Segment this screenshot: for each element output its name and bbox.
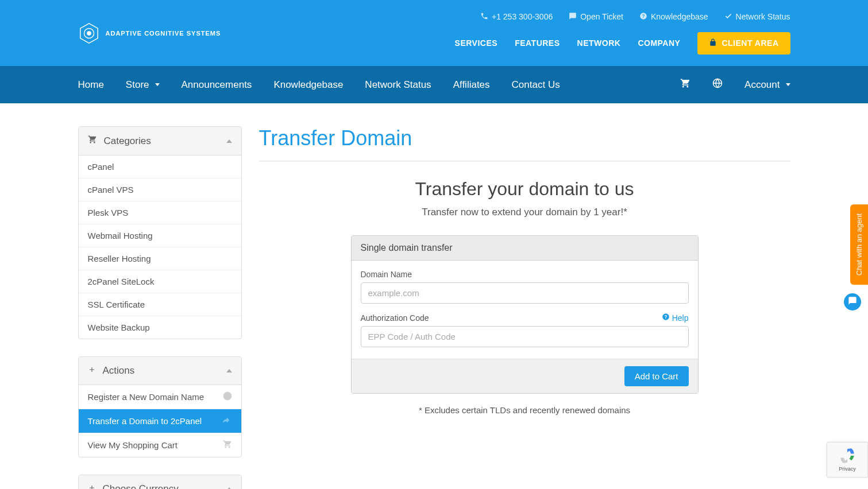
plus-icon: [88, 365, 96, 377]
logo[interactable]: ADAPTIVE COGNITIVE SYSTEMS: [78, 22, 221, 44]
phone-link[interactable]: +1 253 300-3006: [480, 12, 553, 22]
nav-contact-us[interactable]: Contact Us: [512, 79, 560, 91]
top-nav: SERVICES FEATURES NETWORK COMPANY CLIENT…: [455, 32, 790, 55]
actions-list: Register a New Domain Name Transfer a Do…: [79, 385, 241, 457]
caret-icon: [786, 83, 790, 86]
chevron-up-icon: [226, 139, 232, 143]
auth-label: Authorization Code: [361, 313, 429, 323]
nav-network[interactable]: NETWORK: [577, 38, 621, 48]
nav-affiliates[interactable]: Affiliates: [453, 79, 490, 91]
nav-announcements[interactable]: Announcements: [182, 79, 252, 91]
svg-text:?: ?: [642, 13, 645, 18]
comment-icon: [569, 12, 577, 22]
help-link[interactable]: ? Help: [662, 313, 689, 323]
hero-subtitle: Transfer now to extend your domain by 1 …: [259, 207, 790, 218]
cart-icon: [680, 78, 690, 91]
question-circle-icon: ?: [662, 313, 670, 323]
currency-panel: Choose Currency: [78, 475, 242, 489]
footnote: * Excludes certain TLDs and recently ren…: [259, 405, 790, 415]
category-item[interactable]: Reseller Hosting: [79, 247, 241, 270]
auth-code-input[interactable]: [361, 326, 689, 347]
question-icon: ?: [639, 12, 647, 22]
globe-icon: [712, 78, 723, 91]
chevron-up-icon: [226, 369, 232, 372]
cart-icon: [88, 135, 97, 147]
knowledgebase-link[interactable]: ? Knowledgebase: [639, 12, 708, 22]
chat-icon: [848, 296, 857, 308]
nav-knowledgebase[interactable]: Knowledgebase: [273, 79, 343, 91]
action-register-domain[interactable]: Register a New Domain Name: [79, 385, 241, 409]
cart-icon: [223, 440, 232, 451]
categories-header[interactable]: Categories: [79, 127, 241, 156]
open-ticket-link[interactable]: Open Ticket: [569, 12, 623, 22]
main-nav: Home Store Announcements Knowledgebase N…: [0, 66, 868, 103]
category-item[interactable]: SSL Certificate: [79, 293, 241, 316]
network-status-link[interactable]: Network Status: [724, 12, 790, 22]
svg-point-2: [87, 31, 91, 36]
page-title: Transfer Domain: [259, 126, 790, 161]
currency-header[interactable]: Choose Currency: [79, 475, 241, 489]
phone-icon: [480, 12, 488, 22]
category-item[interactable]: cPanel: [79, 156, 241, 178]
hero-title: Transfer your domain to us: [259, 178, 790, 200]
actions-panel: Actions Register a New Domain Name Trans…: [78, 356, 242, 457]
chat-widget[interactable]: Chat with an agent: [850, 204, 868, 285]
nav-company[interactable]: COMPANY: [638, 38, 680, 48]
transfer-form-panel: Single domain transfer Domain Name Autho…: [351, 235, 699, 394]
recaptcha-icon: [839, 448, 855, 465]
categories-panel: Categories cPanel cPanel VPS Plesk VPS W…: [78, 126, 242, 339]
client-area-button[interactable]: CLIENT AREA: [697, 32, 790, 55]
category-item[interactable]: 2cPanel SiteLock: [79, 270, 241, 293]
nav-store[interactable]: Store: [126, 79, 160, 91]
nav-features[interactable]: FEATURES: [515, 38, 560, 48]
caret-icon: [155, 83, 160, 86]
cart-link[interactable]: [680, 78, 690, 91]
category-item[interactable]: Website Backup: [79, 316, 241, 339]
chat-bubble-button[interactable]: [844, 293, 861, 311]
category-item[interactable]: Webmail Hosting: [79, 224, 241, 247]
top-links: +1 253 300-3006 Open Ticket ? Knowledgeb…: [480, 12, 790, 22]
actions-header[interactable]: Actions: [79, 357, 241, 385]
lock-icon: [709, 38, 717, 48]
plus-icon: [88, 483, 96, 489]
categories-list: cPanel cPanel VPS Plesk VPS Webmail Host…: [79, 156, 241, 339]
logo-text: ADAPTIVE COGNITIVE SYSTEMS: [106, 30, 221, 37]
logo-icon: [78, 22, 100, 44]
nav-home[interactable]: Home: [78, 79, 104, 91]
recaptcha-badge: Privacy: [827, 442, 868, 478]
action-view-cart[interactable]: View My Shopping Cart: [79, 433, 241, 457]
domain-input[interactable]: [361, 282, 689, 304]
add-to-cart-button[interactable]: Add to Cart: [624, 366, 689, 386]
domain-label: Domain Name: [361, 270, 412, 279]
svg-text:?: ?: [664, 315, 667, 320]
check-icon: [724, 12, 732, 22]
category-item[interactable]: Plesk VPS: [79, 201, 241, 224]
category-item[interactable]: cPanel VPS: [79, 178, 241, 201]
language-link[interactable]: [712, 78, 723, 91]
form-panel-header: Single domain transfer: [352, 236, 698, 261]
share-icon: [223, 416, 232, 426]
hero: Transfer your domain to us Transfer now …: [259, 178, 790, 218]
top-header: ADAPTIVE COGNITIVE SYSTEMS +1 253 300-30…: [0, 0, 868, 66]
globe-icon: [223, 391, 232, 402]
nav-services[interactable]: SERVICES: [455, 38, 498, 48]
nav-account[interactable]: Account: [744, 79, 790, 91]
action-transfer-domain[interactable]: Transfer a Domain to 2cPanel: [79, 409, 241, 433]
nav-network-status[interactable]: Network Status: [365, 79, 431, 91]
